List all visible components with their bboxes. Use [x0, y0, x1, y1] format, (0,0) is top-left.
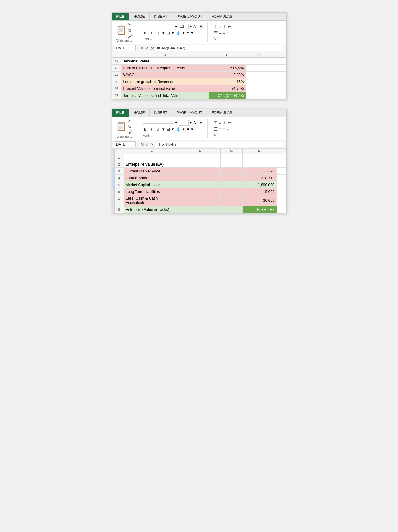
cell-47-d[interactable]: [246, 92, 271, 99]
cell-42-b[interactable]: Terminal Value: [121, 58, 209, 64]
copy-icon-1[interactable]: ⧉: [128, 27, 132, 33]
fill-dropdown-2[interactable]: ▾: [183, 127, 185, 132]
align-right-icon-1[interactable]: ≡: [223, 30, 225, 35]
font-size-box-1[interactable]: 12: [179, 24, 189, 29]
cell-47-c[interactable]: =C46/(C46+C43): [209, 92, 246, 99]
cell-1-f[interactable]: [180, 154, 221, 161]
cell-7-e[interactable]: Less: Cash & Cash Equivalents: [124, 195, 180, 206]
cell-43-c[interactable]: 516,566: [209, 65, 246, 71]
format-painter-icon-1[interactable]: 🖌: [128, 33, 132, 38]
cell-44-b[interactable]: WACC: [121, 72, 209, 78]
cell-3-h[interactable]: 8.23: [243, 168, 277, 174]
bold-button-2[interactable]: B: [143, 127, 148, 132]
cell-3-g[interactable]: [221, 168, 243, 174]
font-name-box-1[interactable]: [143, 26, 174, 27]
cell-45-b[interactable]: Long term growth in Revenues: [121, 78, 209, 85]
cell-42-d[interactable]: [246, 58, 271, 64]
cancel-formula-icon-2[interactable]: ✕: [140, 142, 144, 147]
align-right-icon-2[interactable]: ≡: [223, 127, 225, 132]
font-color-icon-1[interactable]: A: [187, 31, 189, 35]
cell-3-e[interactable]: Current Market Price: [124, 168, 180, 174]
indent-icon-2[interactable]: ⇤: [227, 127, 230, 132]
tab-formulas-1[interactable]: FORMULAS: [207, 13, 237, 20]
confirm-formula-icon-1[interactable]: ✓: [145, 46, 149, 51]
cell-1-e[interactable]: [124, 154, 180, 161]
cell-7-h[interactable]: 30,660: [243, 195, 277, 206]
cell-46-b[interactable]: Present Value of terminal value: [121, 85, 209, 92]
cell-1-h[interactable]: [243, 154, 277, 161]
tab-page-layout-2[interactable]: PAGE LAYOUT: [172, 109, 207, 117]
paste-icon-2[interactable]: 📋: [116, 122, 127, 131]
cut-icon-2[interactable]: ✂: [128, 118, 132, 123]
cell-4-g[interactable]: [221, 175, 243, 181]
tab-page-layout-1[interactable]: PAGE LAYOUT: [172, 13, 207, 20]
cell-5-h[interactable]: 1,800,000: [243, 181, 277, 188]
cell-8-f[interactable]: [180, 206, 221, 213]
cell-6-e[interactable]: Long Term Liabilities: [124, 188, 180, 195]
name-box-2[interactable]: [114, 141, 136, 147]
underline-dropdown-2[interactable]: ▾: [162, 127, 165, 132]
wrap-text-icon-2[interactable]: ⇌: [228, 120, 231, 125]
align-top-icon-2[interactable]: ⊤: [214, 120, 218, 125]
borders-icon-1[interactable]: ⊞: [166, 31, 170, 35]
font-size-box-2[interactable]: 11: [179, 120, 189, 126]
font-name-box-2[interactable]: [143, 122, 174, 124]
cancel-formula-icon-1[interactable]: ✕: [140, 46, 144, 51]
italic-button-2[interactable]: I: [150, 127, 153, 132]
italic-button-1[interactable]: I: [150, 31, 153, 36]
font-size-dropdown-1[interactable]: ▾: [190, 24, 192, 29]
align-bottom-icon-1[interactable]: ⊥: [223, 24, 226, 29]
cell-8-h[interactable]: =H5+H6-H7: [243, 206, 277, 213]
paste-icon-1[interactable]: 📋: [116, 26, 127, 35]
increase-font-icon-1[interactable]: A⁺: [193, 24, 198, 29]
cell-43-d[interactable]: [246, 65, 271, 71]
cell-2-g[interactable]: [221, 161, 243, 167]
tab-insert-1[interactable]: INSERT: [150, 13, 172, 20]
cell-6-h[interactable]: 5,660: [243, 188, 277, 195]
tab-file-2[interactable]: FILE: [112, 109, 129, 117]
cut-icon-1[interactable]: ✂: [128, 22, 132, 27]
cell-2-e[interactable]: Enterpsire Value (EV): [124, 161, 180, 167]
cell-2-f[interactable]: [180, 161, 221, 167]
align-middle-icon-1[interactable]: ≡: [219, 24, 221, 29]
underline-button-2[interactable]: U: [155, 127, 160, 132]
cell-1-g[interactable]: [221, 154, 243, 161]
cell-44-d[interactable]: [246, 72, 271, 78]
align-center-icon-2[interactable]: ≡: [219, 127, 222, 132]
cell-6-g[interactable]: [221, 188, 243, 195]
align-left-icon-2[interactable]: ☰: [214, 127, 218, 132]
tab-insert-2[interactable]: INSERT: [150, 109, 172, 117]
cell-7-g[interactable]: [221, 195, 243, 206]
cell-42-c[interactable]: [209, 58, 246, 64]
align-top-icon-1[interactable]: ⊤: [214, 24, 218, 29]
format-painter-icon-2[interactable]: 🖌: [128, 130, 132, 135]
cell-4-e[interactable]: Diluted Shares: [124, 175, 180, 181]
tab-home-1[interactable]: HOME: [129, 13, 150, 20]
cell-4-h[interactable]: 218,712: [243, 175, 277, 181]
font-size-dropdown-2[interactable]: ▾: [190, 120, 192, 125]
cell-45-d[interactable]: [246, 78, 271, 85]
align-bottom-icon-2[interactable]: ⊥: [223, 120, 226, 125]
fill-dropdown-1[interactable]: ▾: [183, 31, 185, 35]
align-middle-icon-2[interactable]: ≡: [219, 120, 221, 125]
cell-47-b[interactable]: Terminal Value as % of Total Value: [121, 92, 209, 99]
align-left-icon-1[interactable]: ☰: [214, 30, 218, 35]
indent-icon-1[interactable]: ⇤: [227, 30, 230, 35]
cell-44-c[interactable]: 2.03%: [209, 72, 246, 78]
formula-content-1[interactable]: =C46/(C46+C43): [155, 45, 284, 51]
tab-home-2[interactable]: HOME: [129, 109, 150, 117]
cell-43-b[interactable]: Sum of PV of FCF for explicit forecast: [121, 65, 209, 71]
borders-dropdown-2[interactable]: ▾: [172, 127, 174, 132]
bold-button-1[interactable]: B: [143, 31, 148, 36]
cell-3-f[interactable]: [180, 168, 221, 174]
cell-46-d[interactable]: [246, 85, 271, 92]
cell-2-h[interactable]: [243, 161, 277, 167]
formula-content-2[interactable]: =H5+H6-H7: [155, 142, 284, 147]
confirm-formula-icon-2[interactable]: ✓: [145, 142, 149, 147]
cell-8-g[interactable]: [221, 206, 243, 213]
borders-icon-2[interactable]: ⊞: [166, 127, 170, 132]
cell-5-e[interactable]: Market Capitalisation: [124, 181, 180, 188]
cell-46-c[interactable]: (4,768): [209, 85, 246, 92]
font-color-dropdown-1[interactable]: ▾: [191, 31, 193, 35]
borders-dropdown-1[interactable]: ▾: [172, 31, 174, 35]
